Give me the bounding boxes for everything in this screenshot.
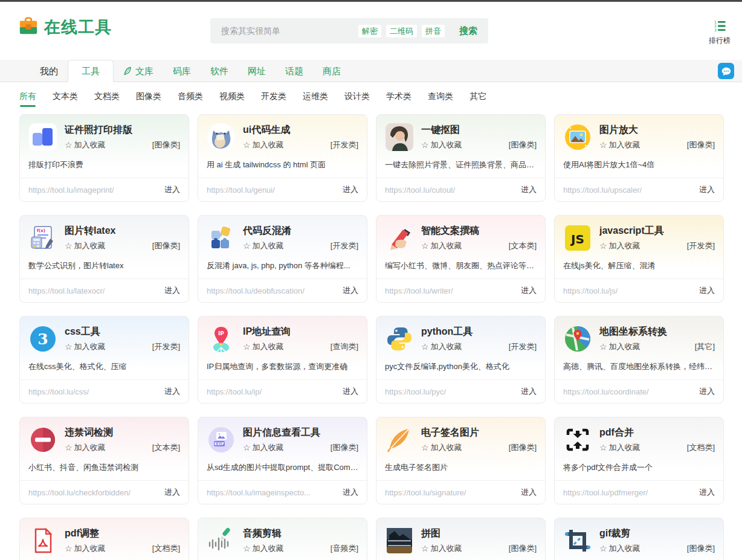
tool-card[interactable]: 证件照打印排版 ☆ 加入收藏 [图像类] 排版打印不浪费 https://too… [19, 114, 189, 202]
tab-mine[interactable]: 我的 [30, 61, 68, 82]
category-video[interactable]: 视频类 [219, 91, 245, 107]
site-logo[interactable]: 在线工具 [18, 16, 112, 38]
tool-description: 使用AI将图片放大1倍~4倍 [563, 159, 715, 170]
category-ops[interactable]: 运维类 [303, 91, 328, 107]
enter-link[interactable]: 进入 [521, 386, 537, 397]
category-academic[interactable]: 学术类 [386, 91, 411, 107]
search-hot-tag[interactable]: 二维码 [386, 25, 417, 37]
upscaler-icon [563, 123, 592, 152]
enter-link[interactable]: 进入 [521, 487, 537, 498]
category-image[interactable]: 图像类 [136, 91, 161, 107]
add-favorite-button[interactable]: ☆ 加入收藏 [599, 341, 640, 352]
tab-label: 软件 [210, 66, 228, 76]
enter-link[interactable]: 进入 [343, 285, 358, 296]
category-text[interactable]: 文本类 [53, 91, 78, 107]
tool-card[interactable]: 违禁词检测 ☆ 加入收藏 [文本类] 小红书、抖音、闲鱼违禁词检测 https:… [19, 417, 189, 504]
ranking-link[interactable]: 1 2 3 排行榜 [705, 19, 734, 46]
enter-link[interactable]: 进入 [164, 285, 180, 296]
add-favorite-button[interactable]: ☆ 加入收藏 [599, 442, 640, 453]
add-favorite-button[interactable]: ☆ 加入收藏 [65, 240, 106, 251]
tool-card[interactable]: 图片放大 ☆ 加入收藏 [图像类] 使用AI将图片放大1倍~4倍 https:/… [554, 114, 724, 202]
add-favorite-button[interactable]: ☆ 加入收藏 [65, 341, 106, 352]
tool-url: https://tool.lu/css/ [28, 387, 89, 396]
add-favorite-button[interactable]: ☆ 加入收藏 [65, 543, 106, 554]
enter-link[interactable]: 进入 [164, 487, 180, 498]
svg-text:3: 3 [37, 330, 48, 348]
add-favorite-button[interactable]: ☆ 加入收藏 [65, 140, 106, 150]
tool-card[interactable]: JS javascript工具 ☆ 加入收藏 [开发类] 在线js美化、解压缩、… [554, 215, 724, 303]
tab-docs[interactable]: 文库 [114, 61, 163, 82]
chat-icon[interactable] [718, 63, 734, 79]
enter-link[interactable]: 进入 [521, 285, 537, 296]
tab-code[interactable]: 码库 [163, 61, 201, 82]
category-document[interactable]: 文档类 [94, 91, 120, 107]
tab-topics[interactable]: 话题 [276, 61, 313, 82]
tool-card[interactable]: pdf调整 ☆ 加入收藏 [文档类] pdf页面删除、旋转、顺序调整 [19, 518, 189, 560]
tool-card[interactable]: pdf合并 ☆ 加入收藏 [文档类] 将多个pdf文件合并成一个 https:/… [554, 417, 724, 504]
tool-card[interactable]: gif裁剪 ☆ 加入收藏 [图像类] 裁剪gif图片 [554, 518, 724, 560]
numbered-list-icon: 1 2 3 [714, 23, 726, 33]
category-query[interactable]: 查询类 [428, 91, 453, 107]
tool-card[interactable]: 一键抠图 ☆ 加入收藏 [图像类] 一键去除照片背景、证件照换背景、商品白...… [376, 114, 546, 202]
tool-card[interactable]: 3 css工具 ☆ 加入收藏 [开发类] 在线css美化、格式化、压缩 http… [19, 316, 189, 404]
add-favorite-button[interactable]: ☆ 加入收藏 [243, 341, 284, 352]
add-favorite-button[interactable]: ☆ 加入收藏 [599, 140, 640, 150]
add-favorite-button[interactable]: ☆ 加入收藏 [65, 442, 106, 453]
enter-link[interactable]: 进入 [343, 386, 358, 397]
category-all[interactable]: 所有 [19, 91, 36, 107]
tab-shop[interactable]: 商店 [313, 61, 350, 82]
deobfuscation-puzzle-icon [207, 224, 236, 253]
svg-text:EXIF: EXIF [215, 442, 224, 446]
add-favorite-button[interactable]: ☆ 加入收藏 [599, 543, 640, 554]
tool-card[interactable]: EXIF 图片信息查看工具 ☆ 加入收藏 [图像类] 从sd生成的图片中提取pr… [198, 417, 367, 504]
tool-url: https://tool.lu/imageinspecto... [207, 488, 311, 497]
add-favorite-button[interactable]: ☆ 加入收藏 [599, 240, 640, 251]
category-design[interactable]: 设计类 [344, 91, 370, 107]
add-favorite-button[interactable]: ☆ 加入收藏 [243, 240, 284, 251]
search-hot-tag[interactable]: 解密 [358, 25, 381, 37]
tool-card[interactable]: ui代码生成 ☆ 加入收藏 [开发类] 用 ai 生成 tailwindcss … [198, 114, 367, 202]
enter-link[interactable]: 进入 [699, 184, 715, 195]
category-other[interactable]: 其它 [469, 91, 486, 107]
category-audio[interactable]: 音频类 [178, 91, 203, 107]
site-title: 在线工具 [44, 16, 112, 38]
search-hot-tag[interactable]: 拼音 [422, 25, 445, 37]
add-favorite-button[interactable]: ☆ 加入收藏 [243, 442, 284, 453]
tool-description: 小红书、抖音、闲鱼违禁词检测 [28, 462, 180, 473]
enter-link[interactable]: 进入 [699, 487, 715, 498]
tool-card[interactable]: 音频剪辑 ☆ 加入收藏 [音频类] 剪辑音频 [198, 518, 367, 560]
enter-link[interactable]: 进入 [164, 386, 180, 397]
add-favorite-button[interactable]: ☆ 加入收藏 [243, 140, 284, 150]
tool-card[interactable]: f(x) 图片转latex ☆ 加入收藏 [图像类] 数学公式识别，图片转lat… [19, 215, 189, 303]
category-dev[interactable]: 开发类 [261, 91, 286, 107]
tab-tools[interactable]: 工具 [68, 60, 114, 82]
add-favorite-button[interactable]: ☆ 加入收藏 [421, 543, 462, 554]
add-favorite-button[interactable]: ☆ 加入收藏 [421, 140, 462, 150]
tool-card[interactable]: python工具 ☆ 加入收藏 [开发类] pyc文件反编译,python美化、… [376, 316, 546, 404]
add-favorite-button[interactable]: ☆ 加入收藏 [421, 240, 462, 251]
tab-sites[interactable]: 网址 [238, 61, 276, 82]
enter-link[interactable]: 进入 [343, 184, 358, 195]
enter-link[interactable]: 进入 [699, 386, 715, 397]
search-input[interactable] [220, 25, 358, 36]
tool-card[interactable]: 代码反混淆 ☆ 加入收藏 [开发类] 反混淆 java, js, php, py… [198, 215, 367, 303]
add-favorite-button[interactable]: ☆ 加入收藏 [421, 442, 462, 453]
enter-link[interactable]: 进入 [164, 184, 180, 195]
enter-link[interactable]: 进入 [521, 184, 537, 195]
enter-link[interactable]: 进入 [699, 285, 715, 296]
tool-card[interactable]: IP IP地址查询 ☆ 加入收藏 [查询类] IP归属地查询，多套数据源，查询更… [198, 316, 367, 404]
enter-link[interactable]: 进入 [343, 487, 358, 498]
tool-card[interactable]: 拼图 ☆ 加入收藏 [图像类] 字幕拼图 [376, 518, 546, 560]
add-favorite-button[interactable]: ☆ 加入收藏 [421, 341, 462, 352]
add-favorite-button[interactable]: ☆ 加入收藏 [243, 543, 284, 554]
tool-card[interactable]: 电子签名图片 ☆ 加入收藏 [图像类] 生成电子签名图片 https://too… [376, 417, 546, 504]
pdf-adjust-icon [28, 526, 57, 555]
tool-url: https://tool.lu/upscaler/ [563, 185, 642, 195]
search-button[interactable]: 搜索 [457, 25, 480, 37]
tab-software[interactable]: 软件 [201, 61, 238, 82]
tool-description: 高德、腾讯、百度地图坐标系转换，经纬度... [563, 361, 715, 372]
tool-title: python工具 [421, 325, 537, 338]
tool-card[interactable]: 地图坐标系转换 ☆ 加入收藏 [其它] 高德、腾讯、百度地图坐标系转换，经纬度.… [554, 316, 724, 404]
tool-card[interactable]: 智能文案撰稿 ☆ 加入收藏 [文本类] 编写小红书、微博、朋友圈、热点评论等文案… [376, 215, 546, 303]
tool-description: 生成电子签名图片 [385, 462, 537, 473]
